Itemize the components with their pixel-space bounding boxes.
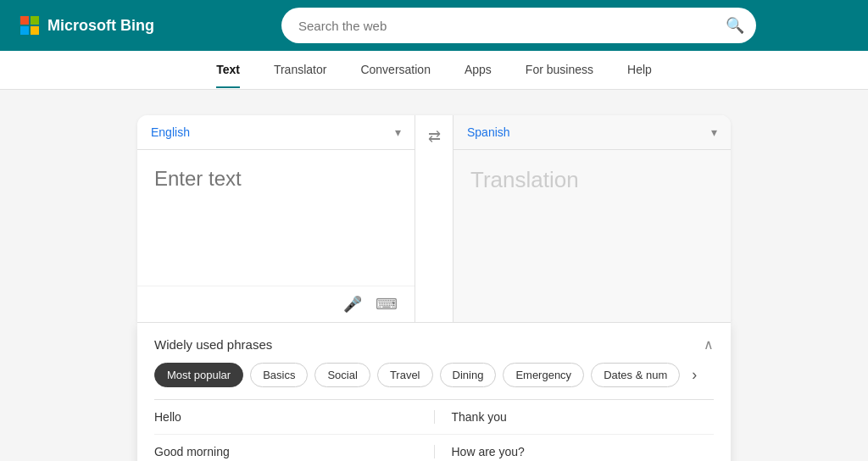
phrase-divider-1 <box>434 445 435 458</box>
top-card: English ▾ 🎤 ⌨ ⇄ <box>137 115 731 322</box>
phrases-card: Widely used phrases ∧ Most popular Basic… <box>137 322 731 461</box>
phrase-tag-basics[interactable]: Basics <box>250 363 308 387</box>
swap-languages-button[interactable]: ⇄ <box>428 127 441 146</box>
target-lang-label: Spanish <box>467 125 510 139</box>
grid-blue <box>20 26 29 35</box>
phrase-tag-social[interactable]: Social <box>314 363 370 387</box>
phrases-list: Hello Thank you Good morning How are you… <box>154 399 714 461</box>
translation-placeholder: Translation <box>470 167 579 192</box>
nav-item-apps[interactable]: Apps <box>465 53 492 88</box>
source-controls: 🎤 ⌨ <box>137 286 415 322</box>
microphone-icon[interactable]: 🎤 <box>343 295 362 314</box>
phrase-tag-emergency[interactable]: Emergency <box>503 363 584 387</box>
phrase-divider-0 <box>434 410 435 424</box>
logo-area: Microsoft Bing <box>20 16 190 35</box>
source-text-area <box>137 150 415 286</box>
nav-item-for-business[interactable]: For business <box>526 53 593 88</box>
grid-green <box>31 16 39 25</box>
phrase-source-1: Good morning <box>154 445 417 458</box>
phrase-target-1: How are you? <box>452 445 715 458</box>
grid-red <box>20 16 29 25</box>
target-panel: Spanish ▾ Translation <box>453 115 731 322</box>
phrase-tag-dates[interactable]: Dates & num <box>591 363 680 387</box>
target-lang-selector[interactable]: Spanish ▾ <box>453 115 731 150</box>
source-text-input[interactable] <box>154 167 398 260</box>
phrase-tag-dining[interactable]: Dining <box>440 363 497 387</box>
search-input[interactable] <box>281 8 756 43</box>
nav-item-conversation[interactable]: Conversation <box>360 53 431 88</box>
phrases-title: Widely used phrases <box>154 337 272 352</box>
source-lang-selector[interactable]: English ▾ <box>137 115 415 150</box>
phrase-tags-row: Most popular Basics Social Travel Dining… <box>154 363 714 387</box>
phrase-tag-travel[interactable]: Travel <box>377 363 433 387</box>
phrase-tag-more-button[interactable]: › <box>687 366 702 384</box>
source-chevron-icon: ▾ <box>395 125 401 139</box>
target-chevron-icon: ▾ <box>711 125 717 139</box>
search-icon: 🔍 <box>726 16 744 35</box>
phrase-tag-most-popular[interactable]: Most popular <box>154 363 243 387</box>
nav-item-text[interactable]: Text <box>216 53 240 88</box>
target-text-area: Translation <box>453 150 731 286</box>
nav-item-help[interactable]: Help <box>627 53 652 88</box>
phrase-target-0: Thank you <box>452 410 715 424</box>
phrases-collapse-button[interactable]: ∧ <box>704 336 714 353</box>
header: Microsoft Bing 🔍 <box>0 0 868 51</box>
source-lang-label: English <box>151 125 190 139</box>
nav-item-translator[interactable]: Translator <box>274 53 327 88</box>
bing-logo-grid <box>20 16 39 35</box>
top-nav: Text Translator Conversation Apps For bu… <box>0 51 868 90</box>
keyboard-icon[interactable]: ⌨ <box>376 295 398 314</box>
phrases-header: Widely used phrases ∧ <box>154 336 714 353</box>
translator-wrapper: English ▾ 🎤 ⌨ ⇄ <box>137 115 731 461</box>
swap-area: ⇄ <box>415 115 453 322</box>
search-button[interactable]: 🔍 <box>726 16 744 35</box>
phrases-section: Widely used phrases ∧ Most popular Basic… <box>137 322 731 461</box>
source-panel: English ▾ 🎤 ⌨ <box>137 115 415 322</box>
grid-yellow <box>31 26 39 35</box>
phrase-row-0: Hello Thank you <box>154 400 714 435</box>
phrase-source-0: Hello <box>154 410 417 424</box>
main-content: English ▾ 🎤 ⌨ ⇄ <box>0 90 868 461</box>
search-bar: 🔍 <box>281 8 756 43</box>
phrase-row-1: Good morning How are you? <box>154 435 714 461</box>
logo-text: Microsoft Bing <box>47 17 154 35</box>
